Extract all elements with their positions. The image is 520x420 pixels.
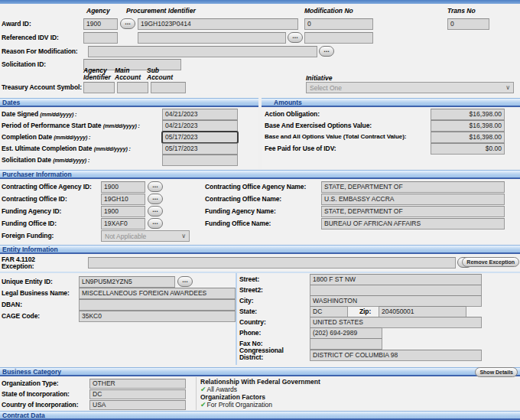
referenced-idv-id-label: Referenced IDV ID: — [2, 34, 59, 41]
country-label: Country: — [239, 318, 266, 326]
funding-agency-name-field[interactable]: STATE, DEPARTMENT OF — [321, 206, 505, 217]
initiative-selected-value: Select One — [310, 84, 342, 92]
purchaser-information-section: Purchaser Information Contracting Office… — [0, 170, 520, 244]
solicitation-date-field[interactable] — [162, 155, 238, 166]
trans-no-column-header: Trans No — [447, 7, 476, 15]
zip-field[interactable]: 204050001 — [379, 306, 466, 317]
award-modification-no-field[interactable]: 0 — [304, 18, 373, 30]
contracting-office-agency-id-label: Contracting Office Agency ID: — [2, 183, 92, 190]
city-field[interactable]: WASHINGTON — [310, 295, 482, 307]
referenced-idv-picker-button[interactable]: ... — [288, 32, 303, 43]
tas-main-account-field[interactable] — [117, 82, 148, 93]
contracting-office-agency-name-label: Contracting Office Agency Name: — [205, 183, 306, 190]
sub-account-column-header: Sub Account — [147, 67, 174, 81]
street2-field[interactable] — [310, 285, 482, 296]
contracting-office-agency-name-field[interactable]: STATE, DEPARTMENT OF — [321, 181, 505, 193]
reason-for-modification-picker-button[interactable]: ... — [319, 46, 334, 57]
initiative-column-header: Initiative — [306, 74, 332, 82]
contracting-office-id-field[interactable]: 19GH10 — [101, 194, 145, 205]
referenced-idv-agency-field[interactable] — [83, 32, 118, 44]
main-account-column-header: Main Account — [115, 67, 142, 81]
base-and-all-options-field[interactable]: $16,398.00 — [431, 132, 505, 143]
fee-paid-idv-label: Fee Paid for Use of IDV: — [265, 145, 336, 152]
state-field[interactable]: DC — [310, 306, 348, 317]
tas-agency-identifier-field[interactable] — [83, 82, 115, 93]
country-of-incorporation-field[interactable]: USA — [89, 400, 186, 410]
amounts-title: Amounts — [274, 99, 302, 106]
foreign-funding-selected-value: Not Applicable — [105, 233, 146, 240]
reason-for-modification-field[interactable] — [88, 46, 317, 57]
funding-office-id-picker-button[interactable]: ... — [148, 218, 163, 229]
ellipsis-icon: ... — [292, 32, 298, 40]
action-obligation-field[interactable]: $16,398.00 — [431, 109, 505, 120]
cage-code-field[interactable]: 35KC0 — [79, 311, 236, 322]
business-title: Business Category — [2, 368, 61, 376]
ellipsis-icon: ... — [152, 218, 158, 226]
completion-date-field[interactable]: 05/17/2023 — [161, 131, 239, 144]
country-field[interactable]: UNITED STATES — [310, 317, 482, 328]
award-id-label: Award ID: — [2, 20, 31, 28]
business-category-section: Business Category Show Details Organizat… — [0, 367, 520, 410]
relationship-item-all-awards: ✔All Awards — [200, 386, 237, 393]
organization-type-field[interactable]: OTHER — [89, 379, 186, 389]
chevron-down-icon: ∨ — [505, 85, 510, 91]
award-agency-picker-button[interactable]: ... — [120, 18, 135, 29]
far-exception-label: FAR 4.1102 Exception: — [2, 256, 55, 270]
funding-office-id-field[interactable]: 19XAF0 — [101, 218, 145, 230]
funding-agency-id-label: Funding Agency ID: — [2, 207, 61, 215]
completion-date-label: Completion Date (mm/dd/yyyy) : — [2, 133, 90, 141]
legal-business-name-field[interactable]: MISCELLANEOUS FOREIGN AWARDEES — [79, 288, 236, 299]
congressional-district-field[interactable]: DISTRICT OF COLUMBIA 98 — [310, 350, 482, 361]
remove-exception-button[interactable]: Remove Exception — [462, 257, 519, 267]
unique-entity-id-label: Unique Entity ID: — [2, 278, 53, 285]
fee-paid-idv-field[interactable]: $0.00 — [431, 143, 505, 155]
est-ultimate-completion-date-field[interactable]: 05/17/2023 — [162, 143, 238, 155]
referenced-idv-modification-no-field[interactable] — [304, 32, 373, 44]
base-and-exercised-label: Base And Exercised Options Value: — [265, 122, 372, 129]
city-label: City: — [239, 297, 253, 304]
funding-office-name-field[interactable]: BUREAU OF AFRICAN AFFAIRS — [321, 218, 505, 230]
dates-section: Dates Date Signed (mm/dd/yyyy) : 04/21/2… — [0, 98, 258, 169]
contracting-office-name-field[interactable]: U.S. EMBASSY ACCRA — [321, 194, 505, 205]
award-agency-field[interactable]: 1900 — [83, 18, 118, 30]
est-ultimate-completion-date-label: Est. Ultimate Completion Date (mm/dd/yyy… — [2, 145, 131, 152]
country-of-incorporation-label: Country of Incorporation: — [2, 401, 78, 409]
relationship-with-federal-government-header: Relationship With Federal Government — [200, 378, 320, 386]
tas-sub-account-field[interactable] — [151, 82, 186, 93]
award-trans-no-field[interactable]: 0 — [447, 18, 489, 30]
award-piid-field[interactable]: 19GH1023P0414 — [138, 18, 298, 30]
solicitation-date-label: Solicitation Date (mm/dd/yyyy) : — [2, 156, 89, 164]
entity-column-divider — [236, 273, 237, 365]
initiative-select[interactable]: Select One ∨ — [306, 82, 514, 93]
organization-type-label: Organization Type: — [2, 379, 59, 387]
agency-identifier-column-header: Agency Identifier — [83, 67, 112, 81]
phone-field[interactable]: (202) 694-2989 — [310, 327, 382, 339]
contracting-office-agency-id-field[interactable]: 1900 — [101, 181, 145, 193]
ellipsis-icon: ... — [152, 206, 158, 213]
dban-field[interactable] — [79, 299, 236, 311]
show-details-button[interactable]: Show Details — [475, 367, 518, 377]
base-and-exercised-field[interactable]: $16,398.00 — [431, 120, 505, 132]
foreign-funding-select[interactable]: Not Applicable ∨ — [101, 230, 190, 242]
amounts-section: Amounts Action Obligation: $16,398.00 Ba… — [262, 98, 520, 169]
street-field[interactable]: 1800 F ST NW — [310, 274, 482, 285]
phone-label: Phone: — [239, 329, 261, 337]
unique-entity-id-field[interactable]: LN9PU5M2YZN5 — [79, 276, 175, 288]
funding-agency-id-picker-button[interactable]: ... — [148, 206, 163, 217]
legal-business-name-label: Legal Business Name: — [2, 289, 70, 297]
date-signed-label: Date Signed (mm/dd/yyyy) : — [2, 110, 76, 118]
state-of-incorporation-field[interactable]: DC — [89, 389, 186, 399]
funding-agency-id-field[interactable]: 1900 — [101, 206, 145, 217]
unique-entity-id-picker-button[interactable]: ... — [177, 276, 193, 287]
dban-label: DBAN: — [2, 301, 22, 308]
fax-no-field[interactable] — [310, 338, 382, 350]
contracting-office-id-picker-button[interactable]: ... — [148, 194, 163, 204]
referenced-idv-piid-field[interactable] — [138, 32, 286, 44]
entity-divider-line — [0, 272, 520, 273]
date-signed-field[interactable]: 04/21/2023 — [162, 109, 238, 120]
far-exception-field[interactable] — [88, 257, 456, 269]
contracting-office-agency-id-picker-button[interactable]: ... — [148, 181, 163, 192]
entity-information-section: Entity Information FAR 4.1102 Exception:… — [0, 245, 520, 366]
pop-start-date-field[interactable]: 04/21/2023 — [162, 120, 238, 132]
ellipsis-icon: ... — [323, 46, 330, 54]
